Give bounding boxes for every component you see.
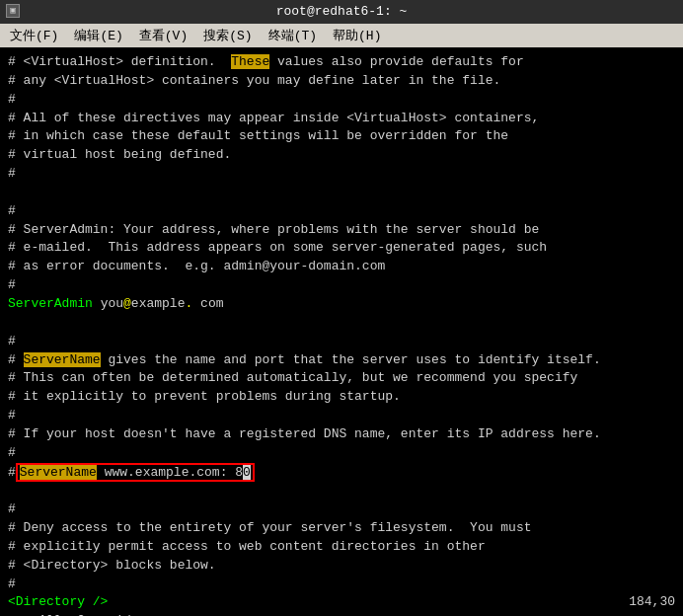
line-8 <box>8 184 675 202</box>
menu-help[interactable]: 帮助(H) <box>327 26 387 45</box>
line-empty2 <box>8 482 675 500</box>
line-serveradmin: ServerAdmin you@example. com <box>8 295 675 314</box>
menu-terminal[interactable]: 终端(T) <box>263 26 323 45</box>
line-11: # e-mailed. This address appears on some… <box>8 239 675 258</box>
menu-view[interactable]: 查看(V) <box>133 26 193 45</box>
line-allowoverride: AllowOverride none <box>8 612 675 616</box>
line-4: # All of these directives may appear ins… <box>8 110 675 128</box>
line-deny1: # Deny access to the entirety of your se… <box>8 519 675 538</box>
window-icon: ▣ <box>6 4 20 18</box>
line-13: # <box>8 276 675 295</box>
menu-search[interactable]: 搜索(S) <box>197 26 258 45</box>
line-hash2: # <box>8 444 675 463</box>
line-dir-open: <Directory /> <box>8 593 675 612</box>
line-sn-c2: # This can often be determined automatic… <box>8 369 675 388</box>
line-hash4: # <box>8 576 675 594</box>
line-sn-c3: # it explicitly to prevent problems duri… <box>8 388 675 407</box>
line-sn-ip: # If your host doesn't have a registered… <box>8 425 675 444</box>
line-9: # <box>8 202 675 221</box>
line-3: # <box>8 91 675 110</box>
line-hash3: # <box>8 500 675 519</box>
line-5: # in which case these default settings w… <box>8 127 675 146</box>
title-text: root@redhat6-1: ~ <box>276 4 408 19</box>
title-bar: ▣ root@redhat6-1: ~ <box>0 0 683 24</box>
line-empty1 <box>8 314 675 333</box>
line-deny2: # explicitly permit access to web conten… <box>8 538 675 557</box>
line-comment-sn1: # <box>8 333 675 351</box>
line-deny3: # <Directory> blocks below. <box>8 557 675 576</box>
menu-file[interactable]: 文件(F) <box>4 26 64 45</box>
cursor-position: 184,30 <box>629 593 675 612</box>
line-servername-www: #ServerName www.example.com: 80 <box>8 463 675 483</box>
line-hash1: # <box>8 407 675 425</box>
menu-bar: 文件(F) 编辑(E) 查看(V) 搜索(S) 终端(T) 帮助(H) <box>0 24 683 47</box>
terminal-area[interactable]: # <VirtualHost> definition. These values… <box>0 47 683 616</box>
line-sn-c1: # ServerName gives the name and port tha… <box>8 351 675 370</box>
line-12: # as error documents. e.g. admin@your-do… <box>8 258 675 276</box>
menu-edit[interactable]: 编辑(E) <box>68 26 128 45</box>
line-6: # virtual host being defined. <box>8 146 675 165</box>
line-1: # <VirtualHost> definition. These values… <box>8 53 675 72</box>
line-2: # any <VirtualHost> containers you may d… <box>8 72 675 91</box>
line-7: # <box>8 165 675 184</box>
line-10: # ServerAdmin: Your address, where probl… <box>8 221 675 240</box>
